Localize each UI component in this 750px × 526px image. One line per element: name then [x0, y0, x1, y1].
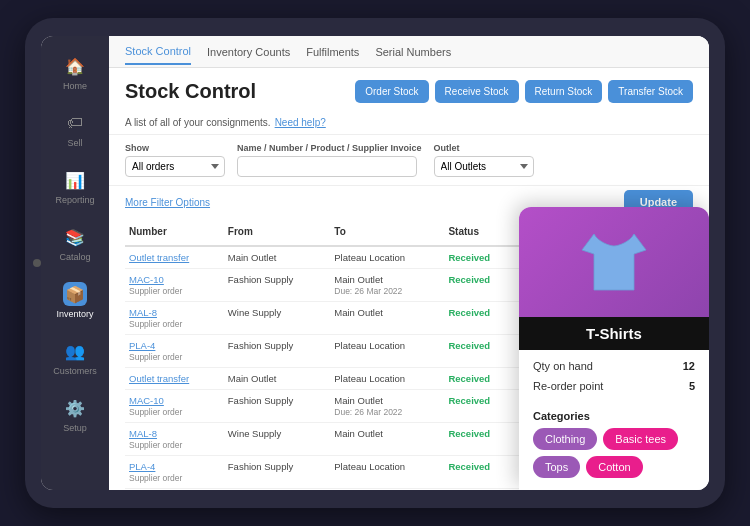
reorder-label: Re-order point — [533, 380, 603, 392]
sidebar-label-setup: Setup — [63, 423, 87, 433]
cell-from-6: Wine Supply — [224, 423, 330, 456]
cell-status-0: Received — [444, 246, 516, 269]
cell-status-4: Received — [444, 368, 516, 390]
more-filters-link[interactable]: More Filter Options — [125, 197, 210, 208]
cell-number-0: Outlet transfer — [125, 246, 224, 269]
tag-clothing[interactable]: Clothing — [533, 428, 597, 450]
cell-status-3: Received — [444, 335, 516, 368]
show-label: Show — [125, 143, 225, 153]
col-number: Number — [125, 218, 224, 246]
categories-section: Categories Clothing Basic tees Tops Cott… — [519, 410, 709, 490]
subnav-stock-control[interactable]: Stock Control — [125, 39, 191, 65]
cell-to-7: Plateau Location — [330, 456, 444, 489]
cell-status-5: Received — [444, 390, 516, 423]
return-stock-button[interactable]: Return Stock — [525, 80, 603, 103]
cell-number-6: MAL-8 Supplier order — [125, 423, 224, 456]
cell-number-2: MAL-8 Supplier order — [125, 302, 224, 335]
number-link-6[interactable]: MAL-8 — [129, 428, 157, 439]
sub-nav: Stock Control Inventory Counts Fulfilmen… — [109, 36, 709, 68]
categories-label: Categories — [533, 410, 695, 422]
show-filter-group: Show All orders — [125, 143, 225, 177]
number-link-1[interactable]: MAC-10 — [129, 274, 164, 285]
sidebar-item-catalog[interactable]: 📚 Catalog — [41, 217, 109, 270]
tablet-frame: 🏠 Home 🏷 Sell 📊 Reporting 📚 Catalog 📦 In… — [25, 18, 725, 508]
tablet-screen: 🏠 Home 🏷 Sell 📊 Reporting 📚 Catalog 📦 In… — [41, 36, 709, 490]
cell-from-4: Main Outlet — [224, 368, 330, 390]
number-link-5[interactable]: MAC-10 — [129, 395, 164, 406]
name-filter-group: Name / Number / Product / Supplier Invoi… — [237, 143, 422, 177]
show-select[interactable]: All orders — [125, 156, 225, 177]
sidebar-label-customers: Customers — [53, 366, 97, 376]
tag-cotton[interactable]: Cotton — [586, 456, 642, 478]
cell-from-3: Fashion Supply — [224, 335, 330, 368]
cell-from-2: Wine Supply — [224, 302, 330, 335]
cell-to-5: Main OutletDue: 26 Mar 2022 — [330, 390, 444, 423]
tag-basic-tees[interactable]: Basic tees — [603, 428, 678, 450]
page-header: Stock Control Order Stock Receive Stock … — [109, 68, 709, 111]
subnav-inventory-counts[interactable]: Inventory Counts — [207, 40, 290, 64]
sidebar-label-home: Home — [63, 81, 87, 91]
header-buttons: Order Stock Receive Stock Return Stock T… — [355, 80, 693, 103]
number-link-7[interactable]: PLA-4 — [129, 461, 155, 472]
need-help-link[interactable]: Need help? — [275, 117, 326, 128]
info-text: A list of all of your consignments. — [125, 117, 271, 128]
sidebar-item-customers[interactable]: 👥 Customers — [41, 331, 109, 384]
col-status: Status — [444, 218, 516, 246]
cell-number-8: MAL-8 Supplier order — [125, 489, 224, 491]
cell-to-4: Plateau Location — [330, 368, 444, 390]
cell-status-7: Received — [444, 456, 516, 489]
name-input[interactable] — [237, 156, 417, 177]
number-link-3[interactable]: PLA-4 — [129, 340, 155, 351]
receive-stock-button[interactable]: Receive Stock — [435, 80, 519, 103]
filter-options: Show All orders Name / Number / Product … — [109, 135, 709, 186]
catalog-icon: 📚 — [63, 225, 87, 249]
sidebar-item-sell[interactable]: 🏷 Sell — [41, 103, 109, 156]
outlet-label: Outlet — [434, 143, 534, 153]
sidebar-item-reporting[interactable]: 📊 Reporting — [41, 160, 109, 213]
tag-tops[interactable]: Tops — [533, 456, 580, 478]
cell-from-7: Fashion Supply — [224, 456, 330, 489]
number-link-0[interactable]: Outlet transfer — [129, 252, 189, 263]
sidebar: 🏠 Home 🏷 Sell 📊 Reporting 📚 Catalog 📦 In… — [41, 36, 109, 490]
product-details: Qty on hand 12 Re-order point 5 — [519, 350, 709, 410]
sidebar-item-home[interactable]: 🏠 Home — [41, 46, 109, 99]
qty-value: 12 — [683, 360, 695, 372]
cell-number-3: PLA-4 Supplier order — [125, 335, 224, 368]
cell-from-1: Fashion Supply — [224, 269, 330, 302]
sidebar-item-inventory[interactable]: 📦 Inventory — [41, 274, 109, 327]
sidebar-label-inventory: Inventory — [56, 309, 93, 319]
reorder-value: 5 — [689, 380, 695, 392]
home-icon: 🏠 — [63, 54, 87, 78]
number-link-2[interactable]: MAL-8 — [129, 307, 157, 318]
qty-row: Qty on hand 12 — [533, 360, 695, 372]
home-button[interactable] — [33, 259, 41, 267]
cell-to-6: Main Outlet — [330, 423, 444, 456]
transfer-stock-button[interactable]: Transfer Stock — [608, 80, 693, 103]
cell-from-0: Main Outlet — [224, 246, 330, 269]
sell-icon: 🏷 — [63, 111, 87, 135]
qty-label: Qty on hand — [533, 360, 593, 372]
cell-to-3: Plateau Location — [330, 335, 444, 368]
number-link-4[interactable]: Outlet transfer — [129, 373, 189, 384]
setup-icon: ⚙️ — [63, 396, 87, 420]
cell-to-1: Main OutletDue: 26 Mar 2022 — [330, 269, 444, 302]
cell-number-5: MAC-10 Supplier order — [125, 390, 224, 423]
product-image-area — [519, 207, 709, 317]
cell-status-1: Received — [444, 269, 516, 302]
sidebar-item-setup[interactable]: ⚙️ Setup — [41, 388, 109, 441]
subnav-serial-numbers[interactable]: Serial Numbers — [375, 40, 451, 64]
cell-from-8: Wine Supply — [224, 489, 330, 491]
outlet-select[interactable]: All Outlets — [434, 156, 534, 177]
categories-tags: Clothing Basic tees Tops Cotton — [533, 428, 695, 478]
cell-status-2: Received — [444, 302, 516, 335]
outlet-filter-group: Outlet All Outlets — [434, 143, 534, 177]
cell-to-0: Plateau Location — [330, 246, 444, 269]
tshirt-image — [574, 222, 654, 302]
name-label: Name / Number / Product / Supplier Invoi… — [237, 143, 422, 153]
order-stock-button[interactable]: Order Stock — [355, 80, 428, 103]
page-title: Stock Control — [125, 80, 256, 103]
sidebar-label-reporting: Reporting — [55, 195, 94, 205]
info-bar: A list of all of your consignments. Need… — [109, 111, 709, 135]
reorder-row: Re-order point 5 — [533, 380, 695, 392]
subnav-fulfilments[interactable]: Fulfilments — [306, 40, 359, 64]
